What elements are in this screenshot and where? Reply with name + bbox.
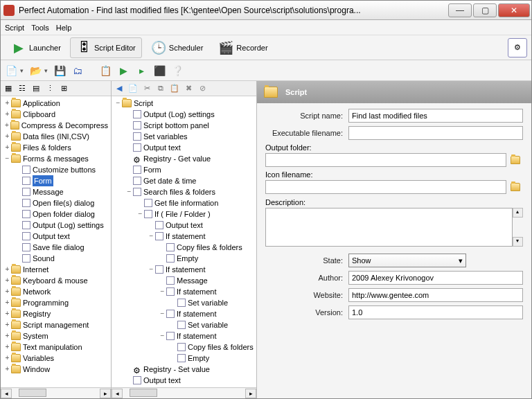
view1-icon[interactable]: ▦ <box>3 84 13 94</box>
tree-node[interactable]: +Files & folders <box>1 142 111 153</box>
cut-icon[interactable]: ✂ <box>142 84 152 94</box>
tree-node[interactable]: −If statement <box>112 286 256 297</box>
tree-node[interactable]: Output (Log) settings <box>112 109 256 120</box>
twist-icon[interactable]: + <box>3 297 11 308</box>
tree-node[interactable]: Get date & time <box>112 175 256 186</box>
tree-node[interactable]: ⚙Registry - Set value <box>112 364 256 375</box>
tree-node[interactable]: +Window <box>1 364 111 375</box>
tree-node[interactable]: Set variable <box>112 297 256 308</box>
paste-icon[interactable]: 📋 <box>170 84 179 94</box>
menu-script[interactable]: Script <box>5 24 24 32</box>
tree-node[interactable]: ⚙Registry - Get value <box>112 153 256 164</box>
twist-icon[interactable]: + <box>3 319 11 330</box>
scheduler-button[interactable]: 🕒Scheduler <box>145 37 210 58</box>
twist-icon[interactable]: + <box>3 275 11 286</box>
tree-node[interactable]: Output text <box>112 220 256 231</box>
tree-node[interactable]: Form <box>112 164 256 175</box>
tree-node[interactable]: Get file information <box>112 197 256 209</box>
tree-node[interactable]: Empty <box>112 353 256 364</box>
tree-node[interactable]: Save file dialog <box>1 242 111 253</box>
tree-node[interactable]: Open folder dialog <box>1 209 111 220</box>
tree-node[interactable]: Message <box>112 275 256 286</box>
menu-help[interactable]: Help <box>56 24 72 32</box>
open-icon[interactable]: 📂 <box>29 64 42 77</box>
scroll-left-icon[interactable]: ◂ <box>1 389 12 398</box>
scroll-thumb[interactable] <box>130 389 157 397</box>
saveall-icon[interactable]: 🗂 <box>71 64 84 77</box>
browse-icon-button[interactable] <box>509 180 523 194</box>
scripteditor-button[interactable]: 🎛Script Editor <box>70 37 142 58</box>
tree-node[interactable]: +Application <box>1 98 111 109</box>
twist-icon[interactable]: + <box>3 364 11 375</box>
twist-icon[interactable]: + <box>3 131 11 142</box>
twist-icon[interactable]: − <box>148 231 155 242</box>
twist-icon[interactable]: − <box>159 330 166 342</box>
tree-node[interactable]: +Internet <box>1 264 111 275</box>
tree-node[interactable]: −Script <box>112 98 256 109</box>
delete-icon[interactable]: ✖ <box>184 84 193 94</box>
run-icon[interactable]: ▶ <box>117 64 130 77</box>
view2-icon[interactable]: ☷ <box>17 84 27 94</box>
titlebar[interactable]: Perfect Automation - Find last modified … <box>1 1 531 20</box>
library-tree[interactable]: +Application+Clipboard+Compress & Decomp… <box>1 96 111 387</box>
scroll-up-icon[interactable]: ▴ <box>513 208 523 218</box>
save-icon[interactable]: 💾 <box>53 64 66 77</box>
tree-node[interactable]: +Keyboard & mouse <box>1 275 111 286</box>
tree-node[interactable]: Output text <box>112 375 256 386</box>
back-icon[interactable]: ◀ <box>114 84 124 94</box>
twist-icon[interactable]: + <box>3 330 11 342</box>
close-button[interactable]: ✕ <box>498 3 530 17</box>
launcher-button[interactable]: ▶Launcher <box>5 37 67 58</box>
twist-icon[interactable]: + <box>3 286 11 297</box>
state-select[interactable]: Show▾ <box>348 254 466 267</box>
author-input[interactable]: 2009 Alexey Krivonogov <box>348 271 523 285</box>
description-input[interactable] <box>265 208 513 247</box>
twist-icon[interactable]: + <box>3 98 11 109</box>
twist-icon[interactable]: + <box>3 264 11 275</box>
tree-node[interactable]: +Text manipulation <box>1 342 111 353</box>
exe-icon[interactable]: ⬛ <box>153 64 166 77</box>
twist-icon[interactable]: − <box>3 153 11 164</box>
tree-node[interactable]: +Network <box>1 286 111 297</box>
tree-node[interactable]: Output text <box>1 231 111 242</box>
twist-icon[interactable]: + <box>3 142 11 153</box>
twist-icon[interactable]: − <box>159 286 166 297</box>
twist-icon[interactable]: + <box>3 120 10 131</box>
view3-icon[interactable]: ▤ <box>31 84 41 94</box>
tree-node[interactable]: Open file(s) dialog <box>1 197 111 209</box>
twist-icon[interactable]: + <box>3 342 11 353</box>
twist-icon[interactable]: − <box>148 264 155 275</box>
tree-node[interactable]: −If statement <box>112 231 256 242</box>
script-tree[interactable]: −ScriptOutput (Log) settingsScript botto… <box>112 96 256 387</box>
tree-node[interactable]: Copy files & folders <box>112 342 256 353</box>
tree-node[interactable]: Set variable <box>112 319 256 330</box>
tree-node[interactable]: Set variables <box>112 131 256 142</box>
dropdown-icon[interactable]: ▾ <box>20 67 24 74</box>
twist-icon[interactable]: − <box>114 98 122 109</box>
clear-icon[interactable]: ⊘ <box>197 84 207 94</box>
tree-node[interactable]: −Search files & folders <box>112 186 256 197</box>
tree-node[interactable]: +Clipboard <box>1 109 111 120</box>
tree-node[interactable]: Sound <box>1 253 111 264</box>
twist-icon[interactable]: + <box>3 109 11 120</box>
tree-node[interactable]: Output (Log) settings <box>1 220 111 231</box>
tree-node[interactable]: Script bottom panel <box>112 120 256 131</box>
settings-button[interactable]: ⚙ <box>508 38 527 57</box>
tree-node[interactable]: +Script management <box>1 319 111 330</box>
twist-icon[interactable]: + <box>3 353 11 364</box>
scroll-right-icon[interactable]: ▸ <box>100 389 111 398</box>
recorder-button[interactable]: 🎬Recorder <box>212 37 274 58</box>
twist-icon[interactable]: + <box>3 308 11 319</box>
tree-node[interactable]: −If statement <box>112 264 256 275</box>
new-icon[interactable]: 📄 <box>5 64 17 77</box>
tree-node[interactable]: Output text <box>112 142 256 153</box>
scroll-right-icon[interactable]: ▸ <box>245 389 256 398</box>
outfolder-input[interactable] <box>265 153 506 167</box>
tree-node[interactable]: −If ( File / Folder ) <box>112 209 256 220</box>
view4-icon[interactable]: ⋮ <box>45 84 55 94</box>
tree-node[interactable]: +Programming <box>1 297 111 308</box>
version-input[interactable]: 1.0 <box>348 305 523 319</box>
scroll-down-icon[interactable]: ▾ <box>513 237 523 247</box>
scroll-thumb[interactable] <box>19 389 46 397</box>
tree-node[interactable]: Message <box>1 186 111 197</box>
